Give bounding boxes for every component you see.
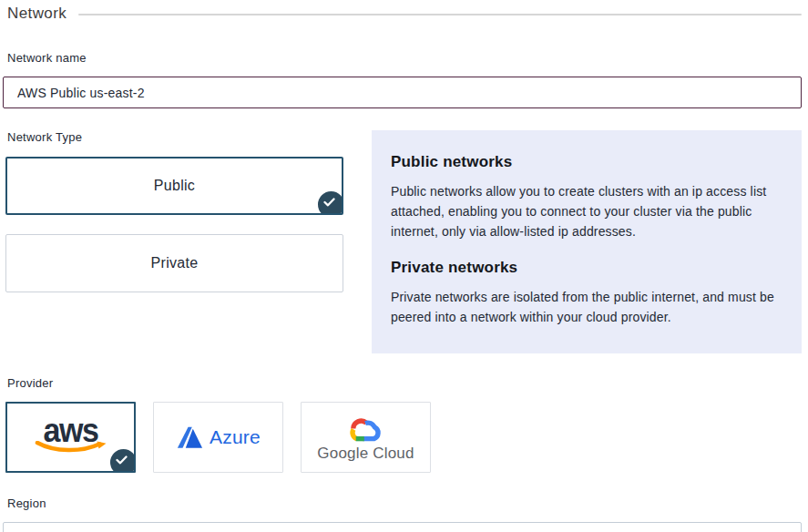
provider-label: Provider (7, 376, 802, 390)
network-type-option-private[interactable]: Private (5, 234, 343, 292)
azure-logo: Azure (176, 425, 261, 450)
aws-wordmark: aws (44, 415, 98, 445)
network-type-column: Network Type Public Private (7, 130, 347, 292)
provider-option-aws[interactable]: aws (5, 402, 136, 473)
azure-wordmark: Azure (210, 426, 261, 448)
network-type-option-label: Private (151, 255, 199, 271)
section-header: Network (7, 4, 802, 23)
info-panel: Public networks Public networks allow yo… (372, 130, 802, 353)
network-type-row: Network Type Public Private Public netwo… (7, 130, 802, 353)
region-label: Region (7, 496, 802, 510)
info-section-title: Public networks (391, 153, 780, 171)
network-name-field: Network name (7, 51, 802, 108)
region-select[interactable]: US East (Ohio) (3, 522, 802, 532)
network-form: Network Network name Network Type Public… (0, 0, 808, 532)
network-type-option-label: Public (154, 178, 195, 194)
selected-badge (318, 191, 343, 215)
google-cloud-wordmark: Google Cloud (317, 445, 414, 463)
info-section-body: Private networks are isolated from the p… (391, 287, 780, 327)
selected-badge (110, 449, 136, 473)
provider-row: aws Azur (5, 402, 802, 473)
provider-option-google-cloud[interactable]: Google Cloud (301, 402, 431, 473)
section-divider (78, 14, 802, 15)
network-name-input[interactable] (3, 77, 802, 108)
provider-field: Provider aws (7, 376, 802, 473)
provider-option-azure[interactable]: Azure (153, 402, 283, 473)
check-icon (116, 455, 128, 465)
info-section-body: Public networks allow you to create clus… (391, 181, 780, 241)
network-type-option-public[interactable]: Public (5, 157, 343, 215)
azure-icon (176, 425, 203, 450)
network-type-label: Network Type (7, 130, 347, 144)
info-section-title: Private networks (391, 259, 780, 277)
aws-logo: aws (35, 416, 107, 455)
network-name-label: Network name (7, 51, 802, 65)
google-cloud-icon (345, 414, 385, 444)
check-icon (323, 198, 335, 207)
region-field: Region US East (Ohio) (7, 496, 802, 532)
page-title: Network (7, 5, 66, 23)
google-cloud-logo: Google Cloud (317, 414, 414, 463)
